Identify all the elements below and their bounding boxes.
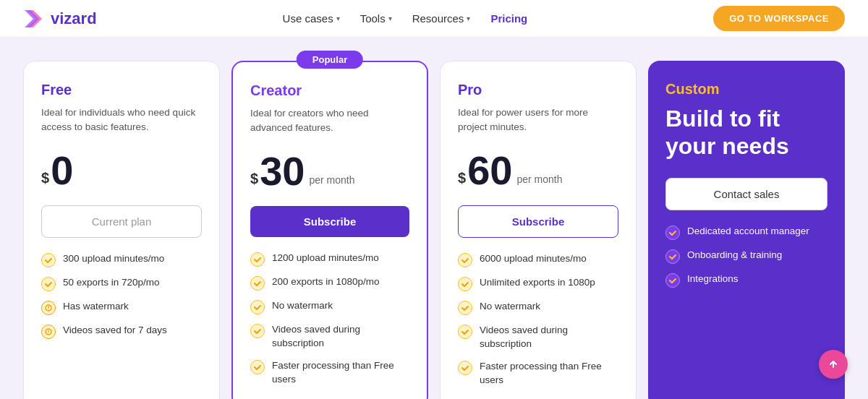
plan-desc-free: Ideal for individuals who need quick acc… [41, 106, 202, 137]
svg-marker-1 [25, 10, 39, 27]
arrow-up-icon [827, 358, 840, 371]
feature-item: Has watermark [41, 300, 202, 315]
pricing-section: Free Ideal for individuals who need quic… [0, 38, 868, 399]
check-icon [665, 226, 680, 240]
feature-text: No watermark [480, 300, 540, 314]
feature-item: No watermark [458, 300, 618, 315]
check-icon [250, 252, 265, 267]
subscribe-button-pro[interactable]: Subscribe [458, 205, 618, 238]
warning-icon [41, 301, 56, 315]
feature-item: 300 upload minutes/mo [41, 252, 202, 267]
plan-card-creator: Popular Creator Ideal for creators who n… [231, 61, 428, 399]
feature-item: 50 exports in 720p/mo [41, 276, 202, 291]
feature-text: Has watermark [63, 300, 129, 314]
chevron-down-icon: ▾ [336, 14, 340, 22]
logo-link[interactable]: vizard [23, 7, 97, 30]
contact-sales-button[interactable]: Contact sales [665, 178, 827, 210]
feature-text: 6000 upload minutes/mo [480, 252, 587, 266]
feature-text: Videos saved during subscription [272, 323, 409, 351]
navigation: vizard Use cases ▾ Tools ▾ Resources ▾ P… [0, 0, 868, 38]
svg-point-4 [48, 309, 48, 309]
feature-text: 1200 upload minutes/mo [272, 252, 379, 265]
check-icon [458, 361, 472, 375]
logo-icon [23, 7, 46, 30]
feature-text: Onboarding & training [687, 249, 782, 262]
features-list-free: 300 upload minutes/mo 50 exports in 720p… [41, 252, 202, 339]
feature-text: 50 exports in 720p/mo [63, 276, 160, 290]
feature-item: 1200 upload minutes/mo [250, 252, 409, 267]
feature-item: Integrations [665, 273, 827, 288]
feature-item: Faster processing than Free users [458, 360, 618, 387]
price-dollar-free: $ [41, 170, 49, 186]
brand-name: vizard [51, 9, 97, 28]
workspace-button[interactable]: GO TO WORKSPACE [713, 6, 845, 31]
nav-links: Use cases ▾ Tools ▾ Resources ▾ Pricing [283, 12, 528, 25]
feature-text: 300 upload minutes/mo [63, 252, 164, 266]
popular-badge: Popular [297, 51, 363, 69]
feature-text: Unlimited exports in 1080p [480, 276, 595, 290]
price-period-pro: per month [516, 173, 562, 185]
price-period-creator: per month [309, 174, 354, 186]
plan-card-pro: Pro Ideal for power users for more proje… [440, 61, 637, 399]
feature-text: 200 exports in 1080p/mo [272, 275, 380, 289]
check-icon [250, 276, 265, 291]
plan-desc-creator: Ideal for creators who need advanced fea… [250, 106, 409, 138]
custom-headline: Build to fit your needs [665, 105, 827, 160]
nav-item-pricing[interactable]: Pricing [490, 12, 527, 25]
svg-point-7 [48, 332, 48, 333]
check-icon [665, 273, 680, 288]
warning-icon [41, 325, 56, 339]
feature-text: Dedicated account manager [687, 225, 809, 239]
price-row-pro: $ 60 per month [458, 150, 618, 191]
check-icon [458, 277, 472, 291]
subscribe-button-creator[interactable]: Subscribe [250, 206, 409, 237]
price-dollar-creator: $ [250, 171, 258, 187]
price-amount-free: 0 [51, 150, 73, 191]
nav-item-use-cases[interactable]: Use cases ▾ [283, 12, 340, 25]
features-list-pro: 6000 upload minutes/mo Unlimited exports… [458, 252, 618, 387]
feature-item: Faster processing than Free users [250, 359, 409, 387]
plan-name-creator: Creator [250, 82, 409, 99]
plan-name-free: Free [41, 82, 202, 98]
check-icon [665, 249, 680, 264]
feature-text: Videos saved during subscription [480, 324, 618, 351]
features-list-custom: Dedicated account manager Onboarding & t… [665, 225, 827, 288]
feature-item: Videos saved during subscription [458, 324, 618, 351]
price-dollar-pro: $ [458, 170, 466, 186]
feature-item: Unlimited exports in 1080p [458, 276, 618, 291]
feature-item: Onboarding & training [665, 249, 827, 264]
price-row-creator: $ 30 per month [250, 151, 409, 192]
check-icon [458, 253, 472, 267]
feature-text: Faster processing than Free users [480, 360, 618, 387]
check-icon [41, 277, 56, 291]
price-amount-pro: 60 [467, 150, 512, 191]
feature-text: Faster processing than Free users [272, 359, 409, 387]
check-icon [458, 301, 472, 315]
chevron-down-icon: ▾ [388, 14, 392, 22]
check-icon [250, 300, 265, 314]
feature-item: Videos saved for 7 days [41, 324, 202, 339]
chevron-down-icon: ▾ [467, 14, 470, 22]
feature-item: 200 exports in 1080p/mo [250, 275, 409, 291]
plan-card-custom: Custom Build to fit your needs Contact s… [648, 61, 845, 399]
nav-item-resources[interactable]: Resources ▾ [412, 12, 471, 25]
check-icon [41, 253, 56, 267]
plan-name-pro: Pro [458, 82, 618, 98]
feature-item: 6000 upload minutes/mo [458, 252, 618, 267]
feature-item: Videos saved during subscription [250, 323, 409, 351]
scroll-to-top-button[interactable] [819, 350, 848, 379]
check-icon [250, 324, 265, 338]
check-icon [250, 360, 265, 374]
features-list-creator: 1200 upload minutes/mo 200 exports in 10… [250, 252, 409, 387]
feature-item: No watermark [250, 299, 409, 314]
feature-text: No watermark [272, 299, 333, 313]
plan-card-free: Free Ideal for individuals who need quic… [23, 61, 220, 399]
plan-name-custom: Custom [665, 81, 827, 98]
nav-item-tools[interactable]: Tools ▾ [360, 12, 392, 25]
pricing-grid: Free Ideal for individuals who need quic… [23, 61, 845, 399]
feature-item: Dedicated account manager [665, 225, 827, 240]
current-plan-button: Current plan [41, 205, 202, 238]
feature-text: Integrations [687, 273, 739, 286]
check-icon [458, 325, 472, 339]
price-row-free: $ 0 [41, 150, 202, 191]
